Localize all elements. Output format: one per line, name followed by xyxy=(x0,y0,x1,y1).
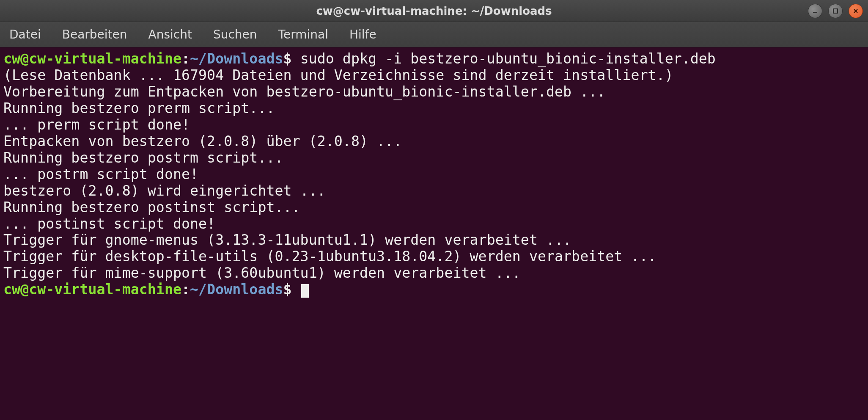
terminal-body[interactable]: cw@cw-virtual-machine:~/Downloads$ sudo … xyxy=(0,47,868,420)
output-line: (Lese Datenbank ... 167904 Dateien und V… xyxy=(3,67,865,84)
menu-bearbeiten[interactable]: Bearbeiten xyxy=(59,26,131,43)
output-line: Running bestzero postrm script... xyxy=(3,150,865,166)
output-line: ... postrm script done! xyxy=(3,166,865,183)
prompt-symbol-2: $ xyxy=(283,281,292,298)
maximize-icon xyxy=(832,8,839,14)
output-line: Vorbereitung zum Entpacken von bestzero-… xyxy=(3,84,865,100)
prompt-user-host: cw@cw-virtual-machine xyxy=(3,50,181,67)
cursor xyxy=(301,284,309,298)
output-line: Trigger für desktop-file-utils (0.23-1ub… xyxy=(3,249,865,265)
output-line: Trigger für mime-support (3.60ubuntu1) w… xyxy=(3,265,865,282)
terminal-window: cw@cw-virtual-machine: ~/Downloads Datei… xyxy=(0,0,868,420)
output-line: Trigger für gnome-menus (3.13.3-11ubuntu… xyxy=(3,232,865,249)
prompt-path: ~/Downloads xyxy=(190,50,283,67)
menu-ansicht[interactable]: Ansicht xyxy=(145,26,195,43)
svg-rect-1 xyxy=(833,9,838,13)
window-title: cw@cw-virtual-machine: ~/Downloads xyxy=(316,5,552,17)
prompt-path-2: ~/Downloads xyxy=(190,281,283,298)
output-line: Entpacken von bestzero (2.0.8) über (2.0… xyxy=(3,133,865,150)
minimize-button[interactable] xyxy=(808,4,822,18)
command-line-1: cw@cw-virtual-machine:~/Downloads$ sudo … xyxy=(3,51,865,67)
prompt-colon: : xyxy=(181,50,190,67)
menu-hilfe[interactable]: Hilfe xyxy=(346,26,380,43)
command-text-1: sudo dpkg -i bestzero-ubuntu_bionic-inst… xyxy=(292,50,716,67)
menu-datei[interactable]: Datei xyxy=(6,26,44,43)
close-button[interactable] xyxy=(849,4,863,18)
prompt-colon-2: : xyxy=(181,281,190,298)
output-line: Running bestzero postinst script... xyxy=(3,199,865,216)
output-line: ... postinst script done! xyxy=(3,216,865,232)
output-container: (Lese Datenbank ... 167904 Dateien und V… xyxy=(3,67,865,282)
menu-terminal[interactable]: Terminal xyxy=(275,26,332,43)
window-controls xyxy=(808,4,863,18)
command-line-2: cw@cw-virtual-machine:~/Downloads$ xyxy=(3,282,865,298)
output-line: Running bestzero prerm script... xyxy=(3,100,865,117)
output-line: bestzero (2.0.8) wird eingerichtet ... xyxy=(3,183,865,199)
menu-suchen[interactable]: Suchen xyxy=(210,26,261,43)
titlebar: cw@cw-virtual-machine: ~/Downloads xyxy=(0,0,868,22)
output-line: ... prerm script done! xyxy=(3,117,865,133)
command-text-2 xyxy=(292,281,300,298)
prompt-user-host-2: cw@cw-virtual-machine xyxy=(3,281,181,298)
menubar: Datei Bearbeiten Ansicht Suchen Terminal… xyxy=(0,22,868,47)
prompt-symbol: $ xyxy=(283,50,292,67)
close-icon xyxy=(852,8,859,14)
minimize-icon xyxy=(812,8,819,14)
maximize-button[interactable] xyxy=(828,4,843,18)
